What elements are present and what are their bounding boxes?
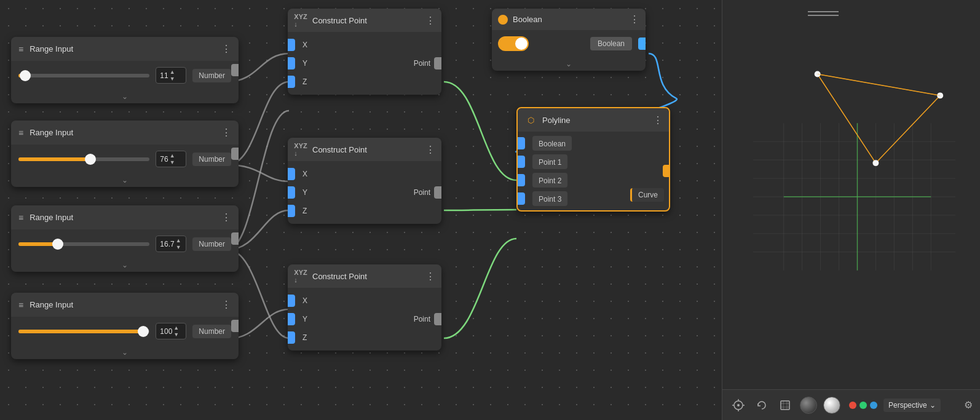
slider-thumb-2[interactable]	[85, 154, 96, 165]
port-left-y-2	[288, 186, 295, 199]
expand-btn-1[interactable]: ⌄	[11, 90, 239, 103]
range-title-2: Range Input	[30, 128, 215, 137]
spinner-2[interactable]: ▲▼	[170, 153, 175, 165]
slider-track-1[interactable]	[18, 74, 149, 77]
slider-value-3[interactable]: 16.7 ▲▼	[156, 236, 186, 252]
slider-value-1[interactable]: 11 ▲▼	[156, 67, 186, 84]
range-menu-btn-1[interactable]: ⋮	[221, 43, 231, 55]
port-label-x-3: X	[300, 296, 307, 305]
number-output-4: Number	[192, 325, 231, 338]
boolean-expand-btn[interactable]: ⌄	[492, 57, 646, 71]
number-output-1: Number	[192, 69, 231, 82]
port-right-point-2	[434, 186, 441, 199]
range-input-header-1: ≡ Range Input ⋮	[11, 37, 239, 61]
port-left-point3	[518, 192, 525, 205]
spinner-4[interactable]: ▲▼	[173, 325, 179, 338]
slider-fill-4	[18, 330, 143, 333]
range-input-header-2: ≡ Range Input ⋮	[11, 121, 239, 145]
range-menu-btn-4[interactable]: ⋮	[221, 299, 231, 311]
perspective-chevron-icon: ⌄	[930, 401, 936, 410]
slider-value-4[interactable]: 100 ▲▼	[156, 323, 186, 339]
viewport: Perspective ⌄ ⚙	[722, 0, 980, 420]
material-preview-btn[interactable]	[800, 397, 817, 414]
range-port-right-3	[231, 232, 239, 245]
port-label-y-2: Y	[300, 188, 307, 197]
range-menu-btn-2[interactable]: ⋮	[221, 127, 231, 138]
port-row-x-1: X	[288, 36, 441, 54]
viewport-settings-btn[interactable]: ⚙	[964, 399, 973, 411]
port-label-z-2: Z	[300, 207, 307, 215]
construct-point-node-3: XYZ↓ Construct Point ⋮ X Y Z Point	[288, 264, 441, 351]
svg-point-24	[737, 404, 740, 406]
spinner-3[interactable]: ▲▼	[176, 237, 181, 250]
svg-rect-0	[722, 1, 980, 389]
sliders-icon-1: ≡	[18, 44, 23, 54]
boolean-toggle[interactable]	[498, 36, 529, 51]
slider-fill-2	[18, 157, 90, 161]
port-row-z-3: Z	[288, 328, 441, 347]
svg-rect-29	[781, 401, 789, 410]
slider-value-2[interactable]: 76 ▲▼	[156, 151, 186, 167]
construct-icon-3: XYZ↓	[294, 269, 307, 283]
perspective-label: Perspective	[888, 401, 927, 410]
fit-view-btn[interactable]	[776, 397, 794, 414]
slider-track-4[interactable]	[18, 330, 149, 333]
construct-point-header-3: XYZ↓ Construct Point ⋮	[288, 264, 441, 288]
range-body-1: 11 ▲▼ Number	[11, 61, 239, 90]
refresh-view-btn[interactable]	[753, 397, 770, 414]
construct-title-2: Construct Point	[312, 145, 421, 154]
polyline-icon: ⬡	[524, 113, 537, 127]
point-output-label-3: Point	[414, 315, 430, 323]
port-row-z-2: Z	[288, 202, 441, 220]
range-body-3: 16.7 ▲▼ Number	[11, 229, 239, 258]
sliders-icon-2: ≡	[18, 128, 23, 138]
polyline-point3-label: Point 3	[532, 191, 567, 206]
curve-output-label: Curve	[630, 188, 664, 202]
camera-reset-btn[interactable]	[730, 397, 747, 414]
polyline-menu-btn[interactable]: ⋮	[653, 114, 663, 126]
construct-menu-2[interactable]: ⋮	[425, 144, 435, 156]
viewport-toolbar: Perspective ⌄ ⚙	[722, 389, 980, 420]
header-line-1	[808, 11, 839, 12]
construct-point-header-1: XYZ↓ Construct Point ⋮	[288, 9, 441, 32]
construct-point-node-1: XYZ↓ Construct Point ⋮ X Y Z Point	[288, 9, 441, 95]
material-white-btn[interactable]	[823, 397, 840, 414]
boolean-right-port	[638, 38, 646, 50]
curve-output-area	[663, 165, 670, 177]
port-label-z-3: Z	[300, 333, 307, 342]
port-right-curve	[663, 165, 670, 177]
expand-btn-3[interactable]: ⌄	[11, 258, 239, 272]
point-output-label-1: Point	[414, 59, 430, 68]
slider-track-2[interactable]	[18, 157, 149, 161]
boolean-node: Boolean ⋮ Boolean ⌄	[492, 9, 646, 71]
polyline-port-boolean: Boolean	[518, 134, 669, 153]
polyline-header: ⬡ Polyline ⋮	[518, 108, 669, 132]
construct-point-header-2: XYZ↓ Construct Point ⋮	[288, 138, 441, 161]
port-label-z-1: Z	[300, 77, 307, 86]
range-title-4: Range Input	[30, 300, 215, 309]
expand-btn-2[interactable]: ⌄	[11, 173, 239, 187]
boolean-menu-btn[interactable]: ⋮	[630, 14, 639, 25]
expand-btn-4[interactable]: ⌄	[11, 346, 239, 359]
slider-thumb-3[interactable]	[52, 239, 63, 250]
spinner-1[interactable]: ▲▼	[170, 69, 175, 82]
construct-menu-1[interactable]: ⋮	[425, 15, 435, 26]
construct-point-node-2: XYZ↓ Construct Point ⋮ X Y Z Point	[288, 138, 441, 224]
port-label-y-1: Y	[300, 59, 307, 68]
boolean-dot-icon	[498, 15, 508, 25]
slider-track-3[interactable]	[18, 242, 149, 246]
range-menu-btn-3[interactable]: ⋮	[221, 212, 231, 223]
perspective-mode-btn[interactable]: Perspective ⌄	[883, 398, 941, 412]
number-output-3: Number	[192, 237, 231, 251]
slider-thumb-1[interactable]	[20, 70, 31, 81]
construct-menu-3[interactable]: ⋮	[425, 271, 435, 282]
construct-title-3: Construct Point	[312, 272, 421, 281]
port-label-y-3: Y	[300, 315, 307, 323]
construct-icon-2: XYZ↓	[294, 143, 307, 156]
slider-thumb-4[interactable]	[138, 326, 149, 337]
port-right-point-1	[434, 57, 441, 69]
polyline-point2-label: Point 2	[532, 173, 567, 188]
port-left-z-1	[288, 76, 295, 88]
svg-point-19	[815, 71, 821, 77]
range-body-4: 100 ▲▼ Number	[11, 317, 239, 346]
